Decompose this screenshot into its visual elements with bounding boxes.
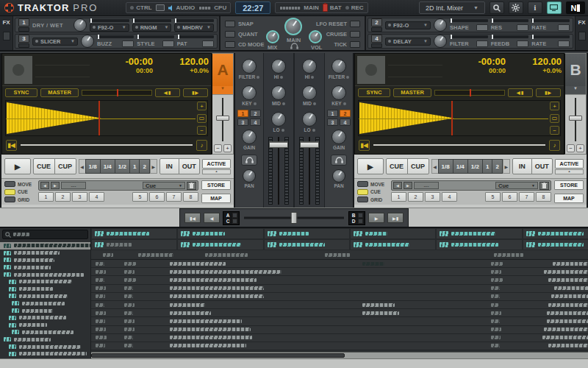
- fx-unit-3-on-button[interactable]: [18, 43, 29, 48]
- channel-b-pan-knob[interactable]: [332, 169, 345, 183]
- fx-2-param-2-slider[interactable]: [491, 19, 529, 22]
- deck-b-seek-back-button[interactable]: ◀▮: [508, 88, 533, 97]
- deck-a-panel-collapse-button[interactable]: ▲: [202, 169, 231, 174]
- deck-a-pitch-up-button[interactable]: +: [223, 144, 232, 152]
- snap-button[interactable]: [225, 21, 235, 27]
- horizontal-scrollbar[interactable]: [91, 352, 588, 358]
- channel-b-mid-knob[interactable]: [302, 85, 317, 100]
- fx-unit-4-number[interactable]: 4: [371, 35, 382, 43]
- tree-item[interactable]: [0, 343, 90, 350]
- deck-a-jump-1-4[interactable]: 1/4: [100, 159, 115, 174]
- channel-a-fx3-assign[interactable]: 3: [237, 118, 248, 126]
- tracklist-column-headers[interactable]: [91, 250, 588, 260]
- fx-2-param-1-slider[interactable]: [450, 19, 488, 22]
- deck-a-store-button[interactable]: STORE: [201, 180, 231, 190]
- master-clock[interactable]: 22:27: [235, 1, 270, 14]
- track-row[interactable]: [91, 260, 588, 268]
- channel-a-fx2-assign[interactable]: 2: [250, 110, 261, 117]
- fx-tab-left[interactable]: FX: [0, 16, 13, 50]
- deck-a-delete-cue-button[interactable]: [187, 182, 196, 190]
- favorite-slot[interactable]: [350, 239, 436, 250]
- deck-b-phase-meter[interactable]: [434, 90, 505, 96]
- deck-a-cue-button[interactable]: CUE: [33, 158, 55, 174]
- deck-a-tab-chevron-icon[interactable]: ▼: [212, 86, 233, 95]
- track-row[interactable]: [91, 326, 588, 334]
- favorite-slot[interactable]: [177, 239, 263, 250]
- fx-unit-1-on-button[interactable]: [18, 27, 29, 32]
- fx-4-param-3-slider[interactable]: [531, 35, 570, 38]
- deck-b-letter-tab[interactable]: B: [565, 54, 586, 86]
- channel-b-hi-knob[interactable]: [302, 59, 317, 74]
- fx-3-param-3-button[interactable]: [202, 40, 214, 47]
- deck-b-jump-2[interactable]: 2: [492, 159, 502, 174]
- layout-select[interactable]: 2D Int. Mixer▼: [419, 1, 485, 14]
- deck-b-pitch-down-button[interactable]: −: [567, 144, 575, 152]
- tree-item[interactable]: [0, 322, 90, 329]
- favorite-slot[interactable]: [523, 239, 588, 250]
- channel-b-fx4-assign[interactable]: 4: [340, 118, 351, 126]
- favorite-slot[interactable]: [264, 228, 350, 239]
- deck-a-hotcue-3[interactable]: 3: [72, 192, 87, 202]
- channel-b-fx3-assign[interactable]: 3: [327, 118, 338, 126]
- deck-a-hotcue-5[interactable]: 5: [132, 192, 148, 202]
- deck-a-prev-cue-button[interactable]: ◀: [40, 182, 49, 189]
- deck-a-beatgrid-button[interactable]: ♪: [196, 140, 207, 151]
- deck-b-hotcue-3[interactable]: 3: [425, 192, 440, 202]
- track-row[interactable]: [91, 317, 588, 325]
- track-row[interactable]: [91, 293, 588, 301]
- fx-unit-3-select[interactable]: SLICER▼: [32, 38, 78, 46]
- main-volume-knob[interactable]: [284, 18, 302, 35]
- tree-item[interactable]: [0, 300, 90, 307]
- search-input[interactable]: [2, 230, 88, 239]
- deck-b-store-button[interactable]: STORE: [554, 180, 584, 190]
- fx-3-param-1-slider[interactable]: [97, 35, 134, 38]
- channel-b-key-knob[interactable]: [331, 85, 346, 100]
- deck-b-prev-cue-button[interactable]: ◀: [393, 182, 402, 189]
- deck-b-waveform[interactable]: + ▭ −: [358, 100, 561, 136]
- deck-a-hotcue-6[interactable]: 6: [149, 192, 165, 202]
- fx-2-param-3-slider[interactable]: [531, 19, 570, 22]
- deck-b-stripe-overview[interactable]: [373, 144, 545, 146]
- deck-a-loop-out-button[interactable]: OUT: [179, 158, 200, 174]
- deck-b-zoom-reset-button[interactable]: ▭: [550, 114, 559, 123]
- deck-a-jump-2[interactable]: 2: [139, 159, 149, 174]
- deck-b-grid-tab[interactable]: [357, 197, 368, 202]
- deck-a-grid-tab[interactable]: [4, 197, 15, 202]
- favorite-slot[interactable]: [91, 228, 177, 239]
- deck-b-hotcue-8[interactable]: 8: [536, 192, 551, 202]
- channel-a-lo-knob[interactable]: [271, 112, 286, 127]
- favorite-slot[interactable]: [350, 228, 436, 239]
- deck-b-play-button[interactable]: ▶: [357, 158, 384, 174]
- deck-b-panel-collapse-button[interactable]: ▲: [555, 169, 584, 174]
- tree-item[interactable]: [0, 263, 90, 271]
- deck-a-hotcue-8[interactable]: 8: [183, 192, 198, 202]
- crossfader-handle[interactable]: [291, 212, 298, 224]
- fx-unit-2-on-button[interactable]: [371, 27, 382, 32]
- fx-unit-3-drywet-knob[interactable]: [81, 35, 94, 48]
- track-row[interactable]: [91, 342, 588, 350]
- channel-a-pan-knob[interactable]: [243, 169, 256, 183]
- channel-a-volume-fader[interactable]: [264, 135, 293, 208]
- tick-button[interactable]: [350, 41, 360, 48]
- tree-item[interactable]: [0, 257, 90, 264]
- favorite-slot[interactable]: [264, 239, 350, 250]
- deck-a-pitch-fader-handle[interactable]: [216, 116, 229, 121]
- channel-a-key-knob[interactable]: [242, 85, 257, 100]
- deck-b-cue-button[interactable]: CUE: [386, 158, 408, 174]
- track-row[interactable]: [91, 276, 588, 284]
- deck-b-time-remaining[interactable]: -00:00: [450, 56, 506, 67]
- deck-b-pitch-fader-handle[interactable]: [569, 116, 582, 121]
- deck-b-delete-cue-button[interactable]: [539, 182, 549, 190]
- deck-a-sync-button[interactable]: SYNC: [5, 88, 37, 97]
- channel-b-fx1-assign[interactable]: 1: [327, 110, 338, 117]
- fx-3-param-1-button[interactable]: [122, 40, 134, 47]
- info-button[interactable]: i: [528, 1, 542, 14]
- deck-a-loop-active-button[interactable]: ACTIVE: [202, 159, 231, 169]
- deck-b-zoom-in-button[interactable]: +: [550, 102, 559, 110]
- deck-a-zoom-in-button[interactable]: +: [197, 102, 207, 110]
- tree-item[interactable]: [0, 286, 90, 293]
- deck-a-skip-start-button[interactable]: ▮◀: [6, 140, 17, 151]
- tree-item[interactable]: [0, 250, 90, 257]
- deck-b-hotcue-5[interactable]: 5: [485, 192, 501, 202]
- deck-b-hotcue-7[interactable]: 7: [519, 192, 534, 202]
